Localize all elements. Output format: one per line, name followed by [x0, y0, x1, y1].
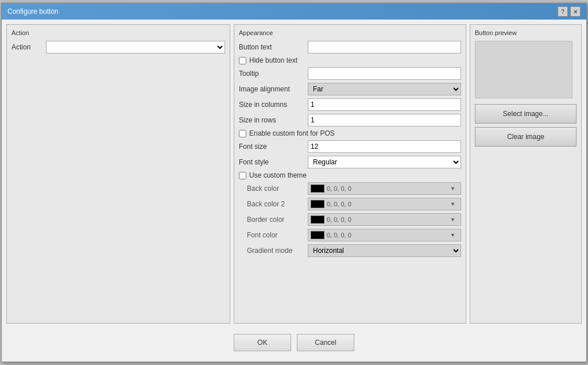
size-columns-row: Size in columns — [239, 98, 461, 111]
font-size-label: Font size — [239, 143, 308, 151]
action-panel-title: Action — [11, 29, 225, 36]
hide-button-text-row: Hide button text — [239, 56, 461, 64]
back-color-row: Back color 0, 0, 0, 0 ▼ — [239, 182, 461, 195]
appearance-panel: Appearance Button text Hide button text … — [234, 24, 466, 324]
size-rows-row: Size in rows — [239, 114, 461, 126]
enable-custom-font-checkbox[interactable] — [239, 130, 246, 137]
main-content: Action Action Appearance Button text — [6, 24, 582, 324]
action-label: Action — [11, 43, 46, 51]
font-style-label: Font style — [239, 158, 308, 166]
back-color-input[interactable]: 0, 0, 0, 0 ▼ — [308, 182, 461, 195]
help-button[interactable]: ? — [558, 6, 568, 17]
button-text-row: Button text — [239, 41, 461, 53]
gradient-mode-row: Gradient mode Horizontal Vertical None — [239, 244, 461, 257]
size-columns-input[interactable] — [308, 98, 461, 111]
hide-button-text-checkbox[interactable] — [239, 57, 246, 64]
action-panel: Action Action — [6, 24, 230, 324]
size-rows-label: Size in rows — [239, 116, 308, 124]
font-size-input[interactable] — [308, 140, 461, 153]
footer: OK Cancel — [6, 328, 582, 357]
font-color-swatch — [311, 231, 324, 239]
use-custom-theme-label: Use custom theme — [249, 171, 307, 179]
back-color2-dropdown-icon: ▼ — [450, 201, 459, 207]
enable-custom-font-row: Enable custom font for POS — [239, 129, 461, 137]
font-style-select[interactable]: Regular Bold Italic Bold Italic — [308, 156, 461, 168]
border-color-swatch — [311, 216, 324, 224]
action-row: Action — [11, 41, 225, 53]
use-custom-theme-checkbox[interactable] — [239, 172, 246, 179]
button-text-input[interactable] — [308, 41, 461, 53]
button-preview-panel: Button preview Select image... Clear ima… — [470, 24, 582, 324]
border-color-row: Border color 0, 0, 0, 0 ▼ — [239, 213, 461, 226]
font-size-row: Font size — [239, 140, 461, 153]
back-color2-swatch — [311, 200, 324, 208]
image-alignment-select[interactable]: Far Near Center — [308, 83, 461, 95]
dialog-title: Configure button — [7, 7, 59, 16]
font-color-label: Font color — [239, 231, 308, 239]
border-color-value: 0, 0, 0, 0 — [327, 216, 450, 223]
back-color2-input[interactable]: 0, 0, 0, 0 ▼ — [308, 198, 461, 210]
font-color-dropdown-icon: ▼ — [450, 232, 459, 238]
font-style-row: Font style Regular Bold Italic Bold Ital… — [239, 156, 461, 168]
image-alignment-label: Image alignment — [239, 85, 308, 93]
close-button[interactable]: ✕ — [570, 6, 581, 17]
back-color2-value: 0, 0, 0, 0 — [327, 201, 450, 208]
back-color2-label: Back color 2 — [239, 200, 308, 208]
tooltip-row: Tooltip — [239, 67, 461, 80]
hide-button-text-label: Hide button text — [249, 56, 297, 64]
border-color-input[interactable]: 0, 0, 0, 0 ▼ — [308, 213, 461, 226]
cancel-button[interactable]: Cancel — [297, 334, 354, 351]
appearance-panel-title: Appearance — [239, 29, 461, 36]
back-color-value: 0, 0, 0, 0 — [327, 185, 450, 192]
back-color-dropdown-icon: ▼ — [450, 186, 459, 191]
image-alignment-row: Image alignment Far Near Center — [239, 83, 461, 95]
border-color-label: Border color — [239, 216, 308, 224]
back-color-label: Back color — [239, 185, 308, 193]
size-columns-label: Size in columns — [239, 101, 308, 109]
enable-custom-font-label: Enable custom font for POS — [249, 129, 335, 137]
clear-image-button[interactable]: Clear image — [475, 127, 577, 147]
back-color2-row: Back color 2 0, 0, 0, 0 ▼ — [239, 198, 461, 210]
button-preview-title: Button preview — [475, 29, 577, 36]
font-color-row: Font color 0, 0, 0, 0 ▼ — [239, 229, 461, 241]
button-text-label: Button text — [239, 43, 308, 51]
title-bar: Configure button ? ✕ — [2, 3, 586, 20]
use-custom-theme-row: Use custom theme — [239, 171, 461, 179]
ok-button[interactable]: OK — [234, 334, 291, 351]
action-select[interactable] — [46, 41, 225, 53]
title-bar-buttons: ? ✕ — [558, 6, 581, 17]
dialog-body: Action Action Appearance Button text — [2, 20, 586, 362]
select-image-button[interactable]: Select image... — [475, 104, 577, 124]
size-rows-input[interactable] — [308, 114, 461, 126]
tooltip-input[interactable] — [308, 67, 461, 80]
font-color-input[interactable]: 0, 0, 0, 0 ▼ — [308, 229, 461, 241]
gradient-mode-label: Gradient mode — [239, 247, 308, 255]
button-preview-area — [475, 41, 572, 98]
back-color-swatch — [311, 185, 324, 193]
font-color-value: 0, 0, 0, 0 — [327, 232, 450, 239]
gradient-mode-select[interactable]: Horizontal Vertical None — [308, 244, 461, 257]
configure-button-dialog: Configure button ? ✕ Action Action Appea… — [1, 3, 587, 362]
border-color-dropdown-icon: ▼ — [450, 217, 459, 222]
tooltip-label: Tooltip — [239, 70, 308, 78]
